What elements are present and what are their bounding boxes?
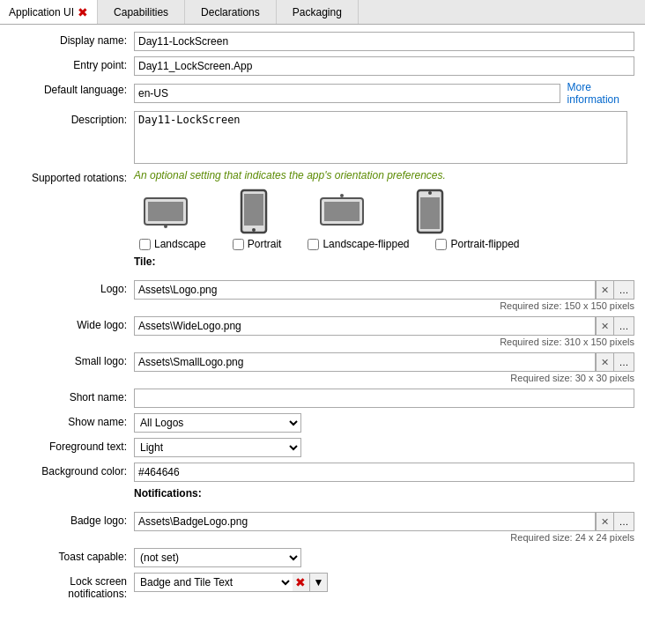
small-logo-group: ✕ … Required size: 30 x 30 pixels xyxy=(134,352,634,383)
logo-row: Logo: ✕ … Required size: 150 x 150 pixel… xyxy=(11,280,634,311)
landscape-flipped-label: Landscape-flipped xyxy=(322,238,409,250)
logo-input[interactable] xyxy=(134,280,596,300)
wide-logo-label: Wide logo: xyxy=(11,316,134,331)
small-logo-input[interactable] xyxy=(134,352,596,372)
wide-logo-file-row: ✕ … xyxy=(134,316,634,336)
landscape-checkbox[interactable] xyxy=(139,239,151,250)
show-name-control: All Logos No Logos Logo Only Wide Logo O… xyxy=(134,413,634,433)
badge-logo-required-size: Required size: 24 x 24 pixels xyxy=(134,532,634,543)
small-logo-browse-button[interactable]: … xyxy=(613,352,634,372)
entry-point-row: Entry point: xyxy=(11,56,634,76)
landscape-flipped-icon xyxy=(319,189,365,234)
rotations-section: An optional setting that indicates the a… xyxy=(134,169,634,250)
default-language-input[interactable] xyxy=(134,84,560,103)
short-name-control xyxy=(134,389,634,408)
notifications-title-control: Notifications: xyxy=(134,487,634,500)
content-area: Display name: Entry point: Default langu… xyxy=(0,25,645,644)
logo-clear-button[interactable]: ✕ xyxy=(596,280,613,300)
wide-logo-row: Wide logo: ✕ … Required size: 310 x 150 … xyxy=(11,316,634,347)
tile-label xyxy=(11,255,134,258)
rotation-checkboxes: Landscape Portrait Landscape-flipped Por… xyxy=(139,238,634,250)
svg-rect-1 xyxy=(148,202,183,221)
error-marker: ✖ xyxy=(295,575,306,589)
foreground-text-label: Foreground text: xyxy=(11,438,134,453)
logo-browse-button[interactable]: … xyxy=(613,280,634,300)
tile-content: Tile: xyxy=(134,255,634,268)
lock-screen-select[interactable]: Badge and Tile Text Badge Only Tile Text… xyxy=(134,573,293,592)
show-name-select[interactable]: All Logos No Logos Logo Only Wide Logo O… xyxy=(134,413,301,433)
tile-section-row: Tile: xyxy=(11,255,634,275)
notifications-spacer xyxy=(11,487,134,490)
portrait-label: Portrait xyxy=(248,238,282,250)
small-logo-label: Small logo: xyxy=(11,352,134,367)
wide-logo-clear-button[interactable]: ✕ xyxy=(596,316,613,336)
wide-logo-browse-button[interactable]: … xyxy=(613,316,634,336)
background-color-input[interactable] xyxy=(134,463,634,482)
display-name-input[interactable] xyxy=(134,32,634,51)
chevron-down-icon: ▼ xyxy=(314,576,324,588)
display-name-control xyxy=(134,32,634,51)
notifications-title: Notifications: xyxy=(134,487,202,500)
description-input[interactable] xyxy=(134,111,627,164)
badge-logo-input[interactable] xyxy=(134,512,596,531)
short-name-row: Short name: xyxy=(11,389,634,408)
foreground-text-row: Foreground text: Light Dark xyxy=(11,438,634,457)
supported-rotations-label: Supported rotations: xyxy=(11,169,134,184)
landscape-flipped-checkbox[interactable] xyxy=(308,239,319,250)
badge-logo-clear-button[interactable]: ✕ xyxy=(596,512,613,531)
tab-capabilities[interactable]: Capabilities xyxy=(98,0,185,24)
background-color-row: Background color: xyxy=(11,463,634,482)
svg-point-11 xyxy=(428,191,432,195)
wide-logo-input[interactable] xyxy=(134,316,596,336)
badge-logo-label: Badge logo: xyxy=(11,512,134,527)
toast-capable-select[interactable]: (not set) Yes No xyxy=(134,548,301,567)
foreground-text-control: Light Dark xyxy=(134,438,634,457)
default-language-control: More information xyxy=(134,81,634,106)
entry-point-label: Entry point: xyxy=(11,56,134,71)
tab-bar: Application UI ✖ Capabilities Declaratio… xyxy=(0,0,645,25)
badge-logo-browse-button[interactable]: … xyxy=(613,512,634,531)
lock-screen-dropdown-button[interactable]: ▼ xyxy=(310,573,328,592)
supported-rotations-row: Supported rotations: An optional setting… xyxy=(11,169,634,250)
badge-logo-group: ✕ … Required size: 24 x 24 pixels xyxy=(134,512,634,543)
tab-packaging[interactable]: Packaging xyxy=(277,0,359,24)
portrait-checkbox[interactable] xyxy=(233,239,244,250)
landscape-check-item: Landscape xyxy=(139,238,206,250)
foreground-text-select[interactable]: Light Dark xyxy=(134,438,301,457)
tab-app-ui[interactable]: Application UI ✖ xyxy=(0,0,98,24)
toast-capable-row: Toast capable: (not set) Yes No xyxy=(11,548,634,567)
wide-logo-required-size: Required size: 310 x 150 pixels xyxy=(134,337,634,347)
notifications-section-row: Notifications: xyxy=(11,487,634,507)
short-name-label: Short name: xyxy=(11,389,134,403)
logo-group: ✕ … Required size: 150 x 150 pixels xyxy=(134,280,634,311)
small-logo-row: Small logo: ✕ … Required size: 30 x 30 p… xyxy=(11,352,634,383)
entry-point-input[interactable] xyxy=(134,56,634,76)
tab-declarations[interactable]: Declarations xyxy=(185,0,277,24)
logo-label: Logo: xyxy=(11,280,134,295)
lock-screen-select-row: Badge and Tile Text Badge Only Tile Text… xyxy=(134,573,634,592)
display-name-row: Display name: xyxy=(11,32,634,51)
display-name-label: Display name: xyxy=(11,32,134,47)
small-logo-clear-button[interactable]: ✕ xyxy=(596,352,613,372)
entry-point-control xyxy=(134,56,634,76)
show-name-label: Show name: xyxy=(11,413,134,428)
more-info-link[interactable]: More information xyxy=(567,81,634,106)
portrait-flipped-icon xyxy=(407,189,453,234)
close-icon[interactable]: ✖ xyxy=(78,6,88,19)
small-logo-required-size: Required size: 30 x 30 pixels xyxy=(134,373,634,383)
short-name-input[interactable] xyxy=(134,389,634,408)
toast-capable-label: Toast capable: xyxy=(11,548,134,563)
background-color-label: Background color: xyxy=(11,463,134,477)
badge-logo-row: Badge logo: ✕ … Required size: 24 x 24 p… xyxy=(11,512,634,543)
logo-file-row: ✕ … xyxy=(134,280,634,300)
portrait-check-item: Portrait xyxy=(233,238,282,250)
logo-required-size: Required size: 150 x 150 pixels xyxy=(134,300,634,311)
small-logo-file-row: ✕ … xyxy=(134,352,634,372)
portrait-flipped-checkbox[interactable] xyxy=(435,239,447,250)
background-color-control xyxy=(134,463,634,482)
lock-screen-label: Lock screen notifications: xyxy=(11,573,134,600)
lock-screen-error-icon[interactable]: ✖ xyxy=(293,573,310,592)
description-row: Description: xyxy=(11,111,634,164)
landscape-label: Landscape xyxy=(154,238,206,250)
lock-screen-row: Lock screen notifications: Badge and Til… xyxy=(11,573,634,600)
